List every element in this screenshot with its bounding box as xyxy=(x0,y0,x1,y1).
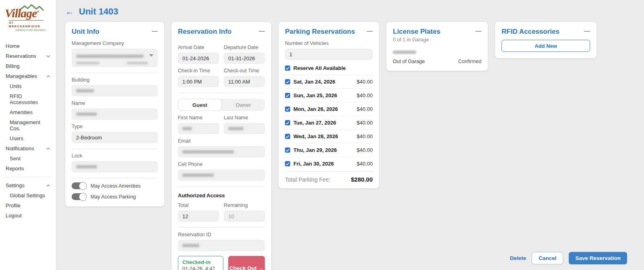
sidebar-item-units[interactable]: Units xyxy=(0,81,56,91)
rfid-accessories-title: RFID Accessories xyxy=(502,28,559,36)
last-name-field[interactable] xyxy=(224,123,265,134)
may-access-amenities-toggle[interactable] xyxy=(72,182,87,189)
parking-fee: $40.00 xyxy=(357,147,373,153)
redacted-last-name xyxy=(228,127,244,130)
sidebar-item-global-settings[interactable]: Global Settings xyxy=(0,190,56,200)
sidebar-item-amenities[interactable]: Amenities xyxy=(0,107,56,117)
plate-confirmation-status: Confirmed xyxy=(458,59,481,64)
lock-field[interactable] xyxy=(72,161,158,172)
redacted-reservation-id xyxy=(182,244,199,247)
reservation-id-label: Reservation ID xyxy=(178,232,265,237)
sidebar-item-billing[interactable]: Billing xyxy=(0,61,56,71)
remaining-field[interactable]: 10 xyxy=(224,211,265,222)
sidebar-item-sent[interactable]: Sent xyxy=(0,153,56,164)
total-field[interactable]: 12 xyxy=(178,211,219,222)
management-company-select[interactable] xyxy=(72,49,158,67)
parking-day-checkbox[interactable] xyxy=(285,134,290,139)
delete-button[interactable]: Delete xyxy=(510,255,526,261)
sidebar-item-label: Settings xyxy=(6,182,25,188)
sidebar-item-settings[interactable]: Settings xyxy=(0,180,56,190)
total-value: 12 xyxy=(182,213,188,219)
parking-fee: $40.00 xyxy=(357,120,373,126)
cards-row: Unit Info Management Company Building Na… xyxy=(56,21,644,270)
chevron-up-icon xyxy=(46,75,50,78)
license-plate-item[interactable]: Out of Garage Confirmed xyxy=(393,48,481,64)
sidebar-nav: Home Reservations Billing Manageables Un… xyxy=(0,41,56,221)
may-access-parking-toggle[interactable] xyxy=(72,193,87,200)
checkin-time-field[interactable]: 1:00 PM xyxy=(178,76,219,87)
may-access-parking-label: May Access Parking xyxy=(91,194,136,200)
parking-date: Sat, Jan 24, 2026 xyxy=(293,79,335,85)
first-name-field[interactable] xyxy=(178,123,219,134)
collapse-icon[interactable] xyxy=(584,31,590,32)
reserve-all-row: Reserve All Available xyxy=(285,61,373,75)
checkout-time-field[interactable]: 11:00 AM xyxy=(224,76,265,87)
parking-day-checkbox[interactable] xyxy=(285,147,290,153)
cell-phone-field[interactable] xyxy=(178,170,265,181)
sidebar-item-users[interactable]: Users xyxy=(0,133,56,143)
collapse-icon[interactable] xyxy=(259,31,265,32)
unit-name-field[interactable] xyxy=(72,108,158,120)
parking-day-checkbox[interactable] xyxy=(285,120,290,125)
parking-day-checkbox[interactable] xyxy=(285,79,290,84)
number-of-vehicles-value: 1 xyxy=(289,51,292,57)
page-title: Unit 1403 xyxy=(79,6,118,17)
number-of-vehicles-field[interactable]: 1 xyxy=(285,49,373,60)
redacted-contact-phone xyxy=(127,62,148,64)
collapse-icon[interactable] xyxy=(475,31,481,32)
sidebar-item-logout[interactable]: Logout xyxy=(0,211,56,221)
departure-date-field[interactable]: 01-31-2026 xyxy=(224,53,265,64)
parking-fee: $40.00 xyxy=(357,92,373,98)
name-label: Name xyxy=(72,100,158,106)
sidebar-item-reservations[interactable]: Reservations xyxy=(0,51,56,61)
may-access-amenities-label: May Access Amenities xyxy=(91,183,140,189)
collapse-icon[interactable] xyxy=(152,31,158,32)
redacted-contact-name xyxy=(76,62,99,64)
sidebar-item-profile[interactable]: Profile xyxy=(0,200,56,211)
type-field[interactable]: 2-Bedroom xyxy=(72,132,158,143)
save-reservation-button[interactable]: Save Reservation xyxy=(569,252,627,264)
checked-in-timestamp: 01-24-26, 4:47 PM xyxy=(182,266,219,270)
parking-date: Tue, Jan 27, 2026 xyxy=(293,120,336,126)
sidebar-item-home[interactable]: Home xyxy=(0,41,56,51)
sidebar-item-label: Profile xyxy=(6,202,21,209)
tab-owner[interactable]: Owner xyxy=(222,99,265,111)
unit-info-card: Unit Info Management Company Building Na… xyxy=(65,22,164,207)
email-field[interactable] xyxy=(178,146,265,158)
sidebar-item-rfid-accessories[interactable]: RFID Accessories xyxy=(0,91,56,107)
sidebar: Village® AT BRECKENRIDGE Gateway to the … xyxy=(0,0,56,270)
building-field[interactable] xyxy=(72,85,158,96)
brand-logo: Village® AT BRECKENRIDGE Gateway to the … xyxy=(0,0,56,34)
remaining-value: 10 xyxy=(228,213,234,219)
cancel-button[interactable]: Cancel xyxy=(532,252,563,264)
reservation-id-field[interactable] xyxy=(178,240,265,251)
unit-info-title: Unit Info xyxy=(72,28,99,36)
parking-reservations-card: Parking Reservations Number of Vehicles … xyxy=(279,22,379,188)
reserve-all-checkbox[interactable] xyxy=(285,65,290,71)
back-arrow-icon[interactable]: ← xyxy=(65,7,74,16)
parking-row: Sun, Jan 25, 2026 $40.00 xyxy=(285,88,373,102)
sidebar-item-label: RFID Accessories xyxy=(10,93,50,105)
parking-day-checkbox[interactable] xyxy=(285,93,290,98)
check-out-button[interactable]: Check Out → xyxy=(228,256,265,270)
redacted-company-name xyxy=(76,55,144,58)
parking-date: Sun, Jan 25, 2026 xyxy=(293,92,337,98)
parking-day-checkbox[interactable] xyxy=(285,161,290,166)
sidebar-item-notifications[interactable]: Notifications xyxy=(0,143,56,153)
collapse-icon[interactable] xyxy=(367,31,373,32)
sidebar-item-label: Home xyxy=(6,43,20,49)
sidebar-item-management-cos[interactable]: Management Cos. xyxy=(0,117,56,133)
chevron-up-icon xyxy=(46,184,50,187)
arrival-date-value: 01-24-2026 xyxy=(182,55,209,61)
sidebar-item-reports[interactable]: Reports xyxy=(0,164,56,174)
parking-day-checkbox[interactable] xyxy=(285,106,290,112)
arrival-date-field[interactable]: 01-24-2026 xyxy=(178,53,219,64)
add-new-button[interactable]: Add New xyxy=(502,40,590,52)
reservation-info-card: Reservation Info Arrival Date 01-24-2026… xyxy=(171,22,271,270)
departure-date-value: 01-31-2026 xyxy=(228,55,255,61)
chevron-up-icon xyxy=(46,147,50,150)
license-plates-card: License Plates 0 of 1 in Garage Out of G… xyxy=(386,22,488,71)
type-value: 2-Bedroom xyxy=(76,135,102,141)
tab-guest[interactable]: Guest xyxy=(178,99,222,111)
sidebar-item-manageables[interactable]: Manageables xyxy=(0,71,56,81)
